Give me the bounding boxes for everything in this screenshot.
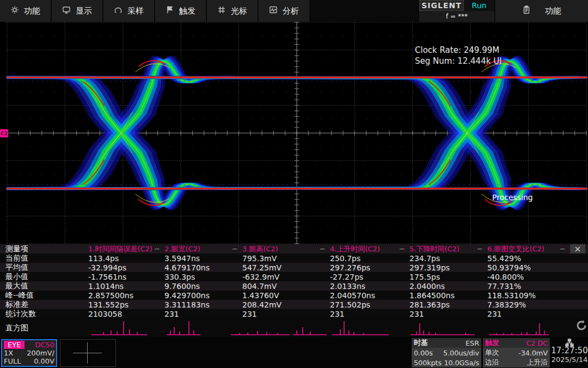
table-cell: -1.7561ns bbox=[87, 272, 163, 281]
table-cell: 795.3mV bbox=[241, 254, 329, 263]
table-cell: 113.4ps bbox=[87, 254, 163, 263]
trigger-mode: 单次 bbox=[485, 348, 499, 358]
measurement-column-header[interactable]: 5.下降时间(C2)− bbox=[408, 244, 486, 254]
run-status[interactable]: Run bbox=[464, 0, 494, 11]
timebase-label: 时基 bbox=[414, 338, 428, 348]
display-icon bbox=[62, 5, 71, 16]
table-cell: 4.679170ns bbox=[163, 263, 241, 272]
empty-channel-slot[interactable] bbox=[60, 339, 116, 367]
table-cell: 271.502ps bbox=[329, 300, 408, 309]
table-cell: 231 bbox=[486, 309, 569, 318]
table-cell: 547.25mV bbox=[241, 263, 329, 272]
measurement-column-header[interactable]: 4.上升时间(C2)− bbox=[329, 244, 408, 254]
table-cell: -32.994ps bbox=[87, 263, 163, 272]
table-cell: 118.53109% bbox=[486, 291, 569, 300]
clipboard-icon bbox=[522, 5, 531, 16]
table-cell: 7.38329% bbox=[486, 300, 569, 309]
trigger-source: C2 DC bbox=[526, 339, 548, 347]
histogram-row: 直方图 bbox=[0, 318, 588, 337]
measurement-column-header[interactable]: 2.眼宽(C2)− bbox=[163, 244, 241, 254]
remove-measurement-icon[interactable]: − bbox=[477, 245, 486, 253]
lan-icon[interactable] bbox=[565, 339, 574, 346]
waveform-area[interactable]: C2 Clock Rate: 249.99M Seg Num: 12.444k … bbox=[0, 22, 588, 244]
remove-measurement-icon[interactable]: − bbox=[399, 245, 408, 253]
freq-counter: f = *** bbox=[419, 11, 494, 22]
remove-measurement-icon[interactable]: − bbox=[232, 245, 241, 253]
table-cell: -632.9mV bbox=[241, 272, 329, 281]
system-time: 17:27:50 bbox=[551, 346, 587, 355]
table-row-label: 最大值 bbox=[0, 281, 87, 291]
analysis-icon bbox=[269, 5, 278, 16]
table-edge bbox=[569, 272, 588, 281]
timebase-points: 500kpts bbox=[414, 359, 442, 367]
channel-probe: 1X bbox=[4, 349, 13, 357]
table-edge bbox=[569, 300, 588, 309]
remove-measurement-icon[interactable]: − bbox=[154, 245, 163, 253]
siglent-logo: SIGLENT bbox=[419, 0, 464, 11]
gear-icon bbox=[10, 5, 19, 16]
menu-item-功能[interactable]: 功能 bbox=[0, 0, 51, 22]
table-cell: 2.0133ns bbox=[329, 281, 408, 291]
menu-item-function-right[interactable]: 功能 bbox=[495, 0, 588, 22]
table-edge bbox=[569, 291, 588, 300]
sample-rate: 10.0GSa/s bbox=[444, 359, 479, 367]
menu-item-光标[interactable]: 光标 bbox=[207, 0, 258, 22]
table-cell: -40.800% bbox=[486, 272, 569, 281]
measurement-column-header[interactable]: 6.眼图交叉比(C2)− bbox=[486, 244, 569, 254]
menubar-spacer bbox=[310, 0, 419, 22]
table-edge bbox=[569, 263, 588, 272]
trigger-label: 触发 bbox=[485, 338, 499, 348]
trigger-box[interactable]: 触发C2 DC 单次-34.0mV 边沿上升沿 bbox=[483, 338, 550, 367]
status-bar: EYEDC50 1X200mV/ FULL0.00V 时基ESR 0.00s5.… bbox=[0, 337, 588, 368]
table-cell: 208.42mV bbox=[241, 300, 329, 309]
menu-item-触发[interactable]: 触发 bbox=[155, 0, 206, 22]
measurement-column-header[interactable]: 1.时间间隔误差(C2)− bbox=[87, 244, 163, 254]
measurement-table: 测量项1.时间间隔误差(C2)−2.眼宽(C2)−3.眼高(C2)−4.上升时间… bbox=[0, 244, 588, 318]
table-cell: 231 bbox=[241, 309, 329, 318]
table-edge bbox=[569, 309, 588, 318]
channel-offset: 0.00V bbox=[34, 357, 54, 365]
table-row-label: 统计次数 bbox=[0, 309, 87, 318]
table-cell: 2.0400ns bbox=[408, 281, 486, 291]
clock-info: Clock Rate: 249.99M Seg Num: 12.444k UI bbox=[415, 45, 502, 67]
timebase-scale: 5.00us/div bbox=[443, 349, 479, 357]
table-cell: 1.1014ns bbox=[87, 281, 163, 291]
table-cell: 804.7mV bbox=[241, 281, 329, 291]
table-row-label: 峰--峰值 bbox=[0, 291, 87, 300]
channel-c2-marker[interactable]: C2 bbox=[0, 129, 8, 137]
measurement-column-header[interactable]: 3.眼高(C2)− bbox=[241, 244, 329, 254]
trigger-level: -34.0mV bbox=[518, 349, 548, 357]
table-cell: 234.7ps bbox=[408, 254, 486, 263]
close-table-icon[interactable]: × bbox=[570, 244, 585, 254]
table-row-label: 标准差 bbox=[0, 300, 87, 309]
table-cell: 9.429700ns bbox=[163, 291, 241, 300]
table-cell: 297.276ps bbox=[329, 263, 408, 272]
remove-measurement-icon[interactable]: − bbox=[560, 245, 569, 253]
channel-info-box[interactable]: EYEDC50 1X200mV/ FULL0.00V bbox=[1, 339, 57, 367]
table-cell: 3.5947ns bbox=[163, 254, 241, 263]
table-cell: 2103058 bbox=[87, 309, 163, 318]
channel-bandwidth: FULL bbox=[4, 357, 21, 365]
channel-name-badge: EYE bbox=[4, 341, 24, 349]
table-cell: 250.7ps bbox=[329, 254, 408, 263]
menu-item-分析[interactable]: 分析 bbox=[259, 0, 309, 22]
table-row-label: 当前值 bbox=[0, 254, 87, 263]
table-row-label: 测量项 bbox=[0, 244, 87, 254]
clock-box: 17:27:50 2025/5/14 bbox=[551, 337, 588, 368]
table-cell: 50.93794% bbox=[486, 263, 569, 272]
menu-item-采样[interactable]: 采样 bbox=[103, 0, 154, 22]
table-cell: 1.43760V bbox=[241, 291, 329, 300]
menu-item-显示[interactable]: 显示 bbox=[52, 0, 102, 22]
remove-measurement-icon[interactable]: − bbox=[320, 245, 329, 253]
table-cell: 231 bbox=[408, 309, 486, 318]
table-cell: 55.429% bbox=[486, 254, 569, 263]
brand-box: SIGLENT Run f = *** bbox=[419, 0, 494, 22]
table-cell: 9.7600ns bbox=[163, 281, 241, 291]
timebase-box[interactable]: 时基ESR 0.00s5.00us/div 500kpts10.0GSa/s bbox=[412, 338, 481, 367]
menubar: 功能显示采样触发光标分析 SIGLENT Run f = *** 功能 bbox=[0, 0, 588, 22]
table-cell: 281.363ps bbox=[408, 300, 486, 309]
seg-num-text: Seg Num: 12.444k UI bbox=[415, 56, 502, 67]
table-row-label: 最小值 bbox=[0, 272, 87, 281]
trigger-slope: 上升沿 bbox=[527, 358, 548, 367]
table-cell: 175.5ps bbox=[408, 272, 486, 281]
